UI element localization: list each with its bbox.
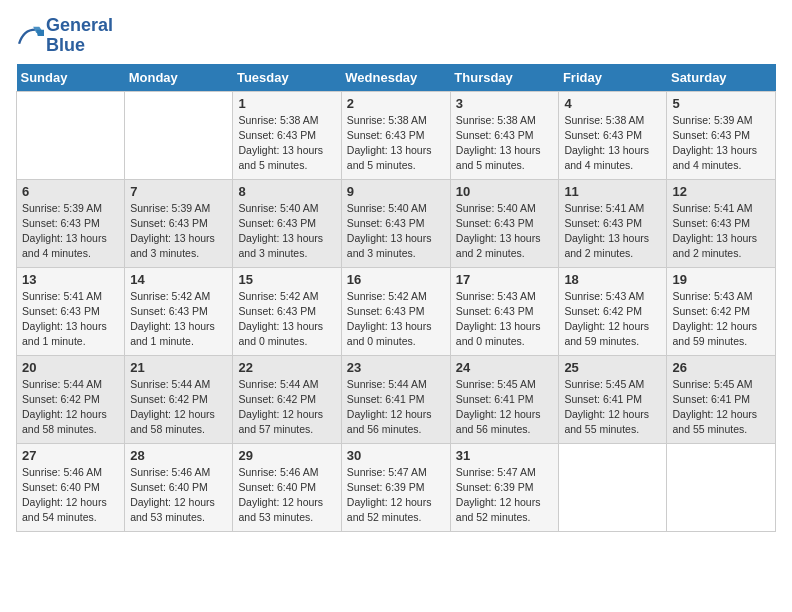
calendar-cell	[125, 91, 233, 179]
day-number: 13	[22, 272, 119, 287]
calendar-week-row: 1Sunrise: 5:38 AM Sunset: 6:43 PM Daylig…	[17, 91, 776, 179]
calendar-cell: 3Sunrise: 5:38 AM Sunset: 6:43 PM Daylig…	[450, 91, 559, 179]
day-number: 1	[238, 96, 335, 111]
day-number: 19	[672, 272, 770, 287]
day-info: Sunrise: 5:39 AM Sunset: 6:43 PM Dayligh…	[130, 201, 227, 262]
day-info: Sunrise: 5:39 AM Sunset: 6:43 PM Dayligh…	[22, 201, 119, 262]
day-info: Sunrise: 5:43 AM Sunset: 6:43 PM Dayligh…	[456, 289, 554, 350]
day-info: Sunrise: 5:41 AM Sunset: 6:43 PM Dayligh…	[22, 289, 119, 350]
calendar-cell: 13Sunrise: 5:41 AM Sunset: 6:43 PM Dayli…	[17, 267, 125, 355]
calendar-cell: 15Sunrise: 5:42 AM Sunset: 6:43 PM Dayli…	[233, 267, 341, 355]
calendar-cell	[667, 443, 776, 531]
day-info: Sunrise: 5:40 AM Sunset: 6:43 PM Dayligh…	[456, 201, 554, 262]
day-info: Sunrise: 5:44 AM Sunset: 6:42 PM Dayligh…	[22, 377, 119, 438]
day-number: 15	[238, 272, 335, 287]
calendar-cell: 26Sunrise: 5:45 AM Sunset: 6:41 PM Dayli…	[667, 355, 776, 443]
day-info: Sunrise: 5:38 AM Sunset: 6:43 PM Dayligh…	[347, 113, 445, 174]
day-info: Sunrise: 5:42 AM Sunset: 6:43 PM Dayligh…	[130, 289, 227, 350]
calendar-cell: 11Sunrise: 5:41 AM Sunset: 6:43 PM Dayli…	[559, 179, 667, 267]
calendar-cell: 21Sunrise: 5:44 AM Sunset: 6:42 PM Dayli…	[125, 355, 233, 443]
day-info: Sunrise: 5:47 AM Sunset: 6:39 PM Dayligh…	[347, 465, 445, 526]
day-info: Sunrise: 5:45 AM Sunset: 6:41 PM Dayligh…	[672, 377, 770, 438]
day-number: 23	[347, 360, 445, 375]
calendar-cell: 9Sunrise: 5:40 AM Sunset: 6:43 PM Daylig…	[341, 179, 450, 267]
calendar-cell: 27Sunrise: 5:46 AM Sunset: 6:40 PM Dayli…	[17, 443, 125, 531]
day-number: 17	[456, 272, 554, 287]
logo-icon	[16, 22, 44, 50]
day-info: Sunrise: 5:45 AM Sunset: 6:41 PM Dayligh…	[456, 377, 554, 438]
calendar-cell: 16Sunrise: 5:42 AM Sunset: 6:43 PM Dayli…	[341, 267, 450, 355]
day-number: 9	[347, 184, 445, 199]
calendar-week-row: 13Sunrise: 5:41 AM Sunset: 6:43 PM Dayli…	[17, 267, 776, 355]
day-number: 20	[22, 360, 119, 375]
day-number: 12	[672, 184, 770, 199]
day-info: Sunrise: 5:46 AM Sunset: 6:40 PM Dayligh…	[238, 465, 335, 526]
day-number: 21	[130, 360, 227, 375]
calendar-cell: 2Sunrise: 5:38 AM Sunset: 6:43 PM Daylig…	[341, 91, 450, 179]
day-number: 25	[564, 360, 661, 375]
day-number: 24	[456, 360, 554, 375]
weekday-header: Thursday	[450, 64, 559, 92]
day-number: 7	[130, 184, 227, 199]
weekday-header: Wednesday	[341, 64, 450, 92]
weekday-header-row: SundayMondayTuesdayWednesdayThursdayFrid…	[17, 64, 776, 92]
day-info: Sunrise: 5:39 AM Sunset: 6:43 PM Dayligh…	[672, 113, 770, 174]
day-info: Sunrise: 5:47 AM Sunset: 6:39 PM Dayligh…	[456, 465, 554, 526]
day-number: 16	[347, 272, 445, 287]
calendar-cell: 24Sunrise: 5:45 AM Sunset: 6:41 PM Dayli…	[450, 355, 559, 443]
day-info: Sunrise: 5:43 AM Sunset: 6:42 PM Dayligh…	[672, 289, 770, 350]
day-info: Sunrise: 5:38 AM Sunset: 6:43 PM Dayligh…	[456, 113, 554, 174]
calendar-cell: 7Sunrise: 5:39 AM Sunset: 6:43 PM Daylig…	[125, 179, 233, 267]
weekday-header: Sunday	[17, 64, 125, 92]
calendar-cell: 30Sunrise: 5:47 AM Sunset: 6:39 PM Dayli…	[341, 443, 450, 531]
calendar-cell	[17, 91, 125, 179]
weekday-header: Monday	[125, 64, 233, 92]
logo-text: General Blue	[46, 16, 113, 56]
weekday-header: Saturday	[667, 64, 776, 92]
weekday-header: Tuesday	[233, 64, 341, 92]
day-number: 10	[456, 184, 554, 199]
day-info: Sunrise: 5:41 AM Sunset: 6:43 PM Dayligh…	[564, 201, 661, 262]
day-info: Sunrise: 5:42 AM Sunset: 6:43 PM Dayligh…	[347, 289, 445, 350]
calendar-week-row: 6Sunrise: 5:39 AM Sunset: 6:43 PM Daylig…	[17, 179, 776, 267]
day-number: 31	[456, 448, 554, 463]
day-number: 4	[564, 96, 661, 111]
day-info: Sunrise: 5:46 AM Sunset: 6:40 PM Dayligh…	[22, 465, 119, 526]
day-number: 6	[22, 184, 119, 199]
calendar-week-row: 27Sunrise: 5:46 AM Sunset: 6:40 PM Dayli…	[17, 443, 776, 531]
day-info: Sunrise: 5:38 AM Sunset: 6:43 PM Dayligh…	[238, 113, 335, 174]
calendar-cell: 17Sunrise: 5:43 AM Sunset: 6:43 PM Dayli…	[450, 267, 559, 355]
day-info: Sunrise: 5:46 AM Sunset: 6:40 PM Dayligh…	[130, 465, 227, 526]
day-info: Sunrise: 5:44 AM Sunset: 6:42 PM Dayligh…	[130, 377, 227, 438]
day-info: Sunrise: 5:40 AM Sunset: 6:43 PM Dayligh…	[238, 201, 335, 262]
day-number: 3	[456, 96, 554, 111]
day-info: Sunrise: 5:42 AM Sunset: 6:43 PM Dayligh…	[238, 289, 335, 350]
day-info: Sunrise: 5:41 AM Sunset: 6:43 PM Dayligh…	[672, 201, 770, 262]
day-info: Sunrise: 5:40 AM Sunset: 6:43 PM Dayligh…	[347, 201, 445, 262]
calendar-cell: 25Sunrise: 5:45 AM Sunset: 6:41 PM Dayli…	[559, 355, 667, 443]
calendar-cell: 12Sunrise: 5:41 AM Sunset: 6:43 PM Dayli…	[667, 179, 776, 267]
day-number: 28	[130, 448, 227, 463]
weekday-header: Friday	[559, 64, 667, 92]
day-info: Sunrise: 5:38 AM Sunset: 6:43 PM Dayligh…	[564, 113, 661, 174]
day-number: 22	[238, 360, 335, 375]
day-number: 26	[672, 360, 770, 375]
day-number: 29	[238, 448, 335, 463]
logo: General Blue	[16, 16, 113, 56]
calendar-cell: 8Sunrise: 5:40 AM Sunset: 6:43 PM Daylig…	[233, 179, 341, 267]
calendar-cell: 18Sunrise: 5:43 AM Sunset: 6:42 PM Dayli…	[559, 267, 667, 355]
day-number: 11	[564, 184, 661, 199]
day-number: 18	[564, 272, 661, 287]
day-number: 8	[238, 184, 335, 199]
calendar-cell: 10Sunrise: 5:40 AM Sunset: 6:43 PM Dayli…	[450, 179, 559, 267]
calendar-cell: 31Sunrise: 5:47 AM Sunset: 6:39 PM Dayli…	[450, 443, 559, 531]
calendar-cell	[559, 443, 667, 531]
calendar-cell: 4Sunrise: 5:38 AM Sunset: 6:43 PM Daylig…	[559, 91, 667, 179]
calendar-cell: 20Sunrise: 5:44 AM Sunset: 6:42 PM Dayli…	[17, 355, 125, 443]
day-info: Sunrise: 5:43 AM Sunset: 6:42 PM Dayligh…	[564, 289, 661, 350]
calendar-cell: 29Sunrise: 5:46 AM Sunset: 6:40 PM Dayli…	[233, 443, 341, 531]
day-info: Sunrise: 5:44 AM Sunset: 6:41 PM Dayligh…	[347, 377, 445, 438]
day-number: 30	[347, 448, 445, 463]
page-header: General Blue	[16, 16, 776, 56]
day-number: 27	[22, 448, 119, 463]
